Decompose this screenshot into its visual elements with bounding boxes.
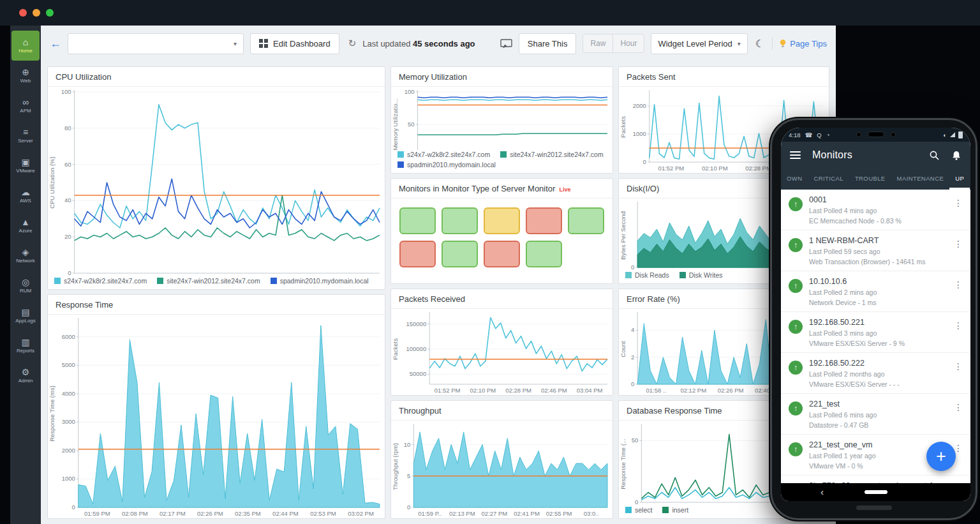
refresh-icon[interactable]: ↻ (348, 38, 357, 49)
monitor-detail: EC Memcached Node - 0.83 % (809, 217, 947, 225)
minimize-window-button[interactable] (33, 9, 40, 17)
svg-text:Throughput (rpm): Throughput (rpm) (392, 443, 399, 490)
legend-label: insert (672, 506, 688, 514)
monitor-text: 1 NEW-RBM-CARTLast Polled 59 secs agoWeb… (809, 236, 947, 266)
close-window-button[interactable] (19, 9, 27, 17)
sidebar-item-network[interactable]: ◈Network (11, 241, 40, 271)
monitor-status-tile-critical[interactable] (399, 241, 436, 267)
card-title: Response Time (48, 295, 385, 315)
svg-text:03:04 PM: 03:04 PM (577, 387, 603, 394)
svg-text:0: 0 (72, 504, 75, 511)
signal-icon (950, 132, 955, 137)
tab-own[interactable]: OWN (781, 168, 808, 190)
svg-text:02:08 PM: 02:08 PM (122, 510, 148, 517)
up-status-icon: ↑ (789, 320, 803, 334)
overflow-menu-icon[interactable]: ⋮ (954, 239, 963, 266)
legend-label: spadmin2010.mydomain.local (280, 277, 369, 285)
lightbulb-icon (779, 39, 787, 48)
svg-text:02:15 PM: 02:15 PM (119, 276, 145, 276)
sidebar-item-web[interactable]: ⊕Web (11, 61, 40, 91)
sidebar-item-reports[interactable]: ▥Reports (11, 331, 40, 361)
up-status-icon: ↑ (789, 197, 803, 211)
sidebar-item-aws[interactable]: ☁AWS (11, 181, 40, 211)
edit-dashboard-button[interactable]: Edit Dashboard (250, 33, 339, 54)
memory-legend: s24x7-w2k8r2.site24x7.comsite24x7-win201… (391, 150, 612, 173)
monitor-name: 192.168.50.221 (809, 318, 947, 327)
add-monitor-fab[interactable]: + (926, 442, 956, 471)
svg-text:02:06 PM: 02:06 PM (80, 276, 107, 276)
cast-screen-icon[interactable] (500, 39, 512, 49)
monitor-name: 0001 (809, 195, 947, 204)
main-area: ← ▾ Edit Dashboard ↻ Last updated 45 sec… (41, 26, 836, 524)
svg-text:2000: 2000 (62, 447, 75, 454)
monitor-status-tile-trouble[interactable] (484, 207, 520, 234)
tab-critical[interactable]: CRITICAL (808, 168, 849, 190)
monitor-list-item[interactable]: ↑221_testLast Polled 6 mins agoDatastore… (781, 394, 970, 435)
share-this-button[interactable]: Share This (519, 33, 577, 54)
monitor-list-item[interactable]: ↑1 NEW-RBM-CARTLast Polled 59 secs agoWe… (781, 230, 970, 271)
svg-text:01:59 PM: 01:59 PM (84, 510, 110, 517)
svg-text:01:59 P..: 01:59 P.. (418, 510, 442, 517)
overflow-menu-icon[interactable]: ⋮ (954, 198, 963, 225)
sidebar-item-apm[interactable]: ∞APM (11, 91, 40, 121)
hour-button[interactable]: Hour (612, 34, 644, 52)
monitor-status-tile-up[interactable] (568, 207, 604, 234)
svg-text:01:52 PM: 01:52 PM (658, 165, 685, 172)
legend-item: spadmin2010.mydomain.local (397, 161, 496, 168)
hamburger-menu-icon[interactable] (790, 151, 801, 159)
cpu-legend: s24x7-w2k8r2.site24x7.comsite24x7-win201… (48, 276, 385, 289)
overflow-menu-icon[interactable]: ⋮ (954, 361, 963, 388)
monitor-last-polled: Last Polled 2 months ago (809, 370, 947, 378)
monitor-status-tile-up[interactable] (442, 207, 478, 234)
monitor-list-item[interactable]: ↑9hu772w99g.execute-api.us-east-1....⋮ (781, 475, 970, 483)
legend-swatch (625, 507, 632, 513)
legend-item: site24x7-win2012.site24x7.com (500, 151, 604, 158)
sidebar-item-rum[interactable]: ◎RUM (11, 271, 40, 301)
widget-level-period-select[interactable]: Widget Level Period ▾ (651, 33, 747, 54)
bell-icon[interactable] (951, 150, 961, 161)
monitor-list-item[interactable]: ↑10.10.10.6Last Polled 2 mins agoNetwork… (781, 271, 970, 312)
dashboard-select[interactable]: ▾ (68, 33, 244, 54)
sidebar-item-azure[interactable]: ▲Azure (11, 211, 40, 241)
sidebar-item-vmware[interactable]: ▣VMware (11, 151, 40, 181)
svg-text:4: 4 (631, 326, 634, 333)
tab-maintenance[interactable]: MAINTENANCE (891, 168, 950, 190)
moon-dark-mode-icon[interactable]: ☾ (755, 38, 764, 50)
memory-utilization-chart: 05010002:06 PM02:21 PM02:36 PM02:51 PM03… (391, 87, 612, 150)
svg-text:01:58 ..: 01:58 .. (646, 387, 667, 394)
sidebar-item-applogs[interactable]: ▤AppLogs (11, 301, 40, 331)
back-button[interactable]: ← (50, 37, 61, 50)
raw-button[interactable]: Raw (583, 34, 612, 52)
packets-received-chart-svg: 5000010000015000001:52 PM02:10 PM02:28 P… (391, 309, 612, 395)
svg-text:150000: 150000 (406, 320, 426, 327)
overflow-menu-icon[interactable]: ⋮ (954, 402, 963, 429)
monitor-status-tile-up[interactable] (399, 207, 436, 234)
sidebar-item-server[interactable]: ≡Server (11, 121, 40, 151)
monitor-status-tile-critical[interactable] (526, 207, 562, 234)
monitor-status-tile-up[interactable] (442, 241, 478, 267)
up-status-icon: ↑ (789, 442, 803, 456)
monitor-list-item[interactable]: ↑0001Last Polled 4 mins agoEC Memcached … (781, 190, 970, 230)
monitor-list-item[interactable]: ↑192.168.50.221Last Polled 3 mins agoVMw… (781, 312, 970, 353)
sidebar-item-admin[interactable]: ⚙Admin (11, 361, 40, 391)
page-tips-link[interactable]: Page Tips (779, 39, 827, 49)
tab-up[interactable]: UP (949, 168, 970, 190)
search-icon[interactable] (929, 150, 940, 161)
monitor-status-tile-critical[interactable] (484, 241, 520, 267)
monitor-list-item[interactable]: ↑192.168.50.222Last Polled 2 months agoV… (781, 353, 970, 394)
overflow-menu-icon[interactable]: ⋮ (954, 320, 963, 347)
svg-text:10: 10 (404, 441, 411, 448)
svg-text:02:12 PM: 02:12 PM (680, 387, 706, 394)
zoom-window-button[interactable] (46, 9, 54, 17)
overflow-menu-icon[interactable]: ⋮ (954, 280, 963, 306)
monitor-status-tile-up[interactable] (526, 241, 562, 267)
svg-text:0: 0 (68, 269, 71, 276)
nav-back-icon[interactable]: ‹ (820, 486, 824, 497)
svg-text:100: 100 (405, 88, 415, 95)
cpu-utilization-card: CPU Utilization 02040608010002:06 PM02:1… (47, 66, 385, 290)
sidebar-item-home[interactable]: ⌂Home (11, 31, 40, 61)
svg-text:3000: 3000 (62, 418, 75, 425)
nav-home-pill[interactable] (865, 490, 887, 494)
tab-trouble[interactable]: TROUBLE (849, 168, 891, 190)
sidebar-item-label: RUM (20, 288, 31, 294)
